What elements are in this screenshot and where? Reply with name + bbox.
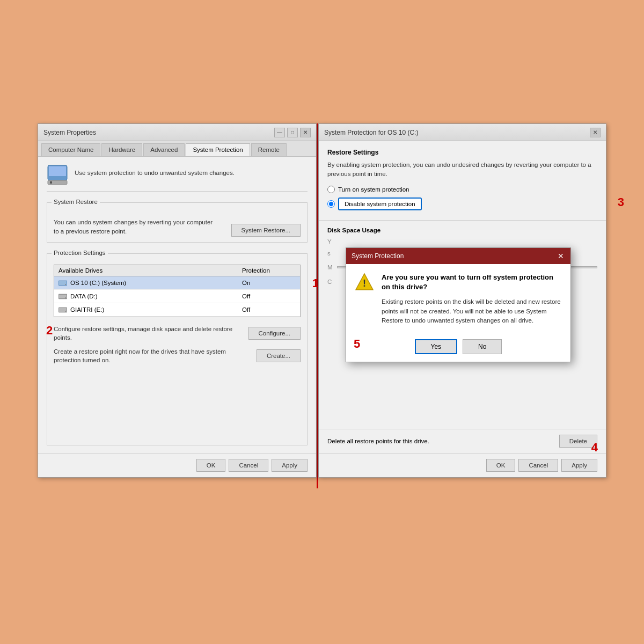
delete-row: Delete all restore points for this drive… xyxy=(327,435,597,448)
drive-e-icon xyxy=(58,306,67,313)
system-props-dialog-buttons: OK Cancel Apply xyxy=(38,453,316,477)
tab-computer-name[interactable]: Computer Name xyxy=(41,143,100,156)
delete-section: Delete all restore points for this drive… xyxy=(319,429,606,453)
drives-table: Available Drives Protection xyxy=(54,265,301,317)
sys-protect-dialog-buttons: OK Cancel Apply 4 xyxy=(319,453,606,477)
table-row[interactable]: DATA (D:) Off xyxy=(54,290,300,303)
system-props-titlebar: System Properties ― □ ✕ xyxy=(38,124,316,141)
radio-disable: Disable system protection 3 xyxy=(327,197,597,210)
drive-d-name: DATA (D:) xyxy=(70,293,242,299)
slider-m-label: M xyxy=(327,262,333,272)
drive-e-name: GIAITRI (E:) xyxy=(70,306,242,313)
bottom-actions: 2 Configure restore settings, manage dis… xyxy=(54,325,301,364)
system-restore-label: System Restore xyxy=(52,199,100,205)
restore-description: You can undo system changes by reverting… xyxy=(54,218,215,237)
alert-body: ! Are you sure you want to turn off syst… xyxy=(346,264,570,334)
tab-system-protection[interactable]: System Protection xyxy=(186,143,250,156)
delete-label: Delete all restore points for this drive… xyxy=(327,438,429,444)
sp-ok-button[interactable]: OK xyxy=(486,459,516,472)
radio-turn-on-input[interactable] xyxy=(327,186,335,193)
desktop: System Properties ― □ ✕ Computer Name Ha… xyxy=(0,0,644,644)
drive-d-icon xyxy=(58,292,67,300)
ok-button[interactable]: OK xyxy=(196,459,226,472)
step-3-label: 3 xyxy=(618,195,624,209)
sys-protect-window-controls: ✕ xyxy=(590,128,601,137)
minimize-button[interactable]: ― xyxy=(274,128,285,137)
col-header-protection: Protection xyxy=(242,267,296,274)
system-restore-section: System Restore You can undo system chang… xyxy=(47,202,308,243)
system-props-content: Use system protection to undo unwanted s… xyxy=(38,157,316,453)
radio-disable-label: Disable system protection xyxy=(338,197,422,210)
table-header: Available Drives Protection xyxy=(54,265,300,276)
alert-message: Are you sure you want to turn off system… xyxy=(382,273,562,325)
svg-rect-4 xyxy=(50,181,52,184)
close-button[interactable]: ✕ xyxy=(300,128,311,137)
shield-icon xyxy=(47,164,68,186)
sp-apply-button[interactable]: Apply xyxy=(561,459,597,472)
alert-close-button[interactable]: ✕ xyxy=(557,252,565,260)
alert-dialog: System Protection ✕ ! Are you sure you w… xyxy=(346,247,571,362)
restore-settings-section: Restore Settings By enabling system prot… xyxy=(319,141,606,221)
header-description: Use system protection to undo unwanted s… xyxy=(75,169,235,178)
table-row[interactable]: OS 10 (C:) (System) On 1 xyxy=(54,276,300,290)
windows-container: System Properties ― □ ✕ Computer Name Ha… xyxy=(38,123,606,488)
drive-e-protection: Off xyxy=(242,306,296,313)
tab-bar: Computer Name Hardware Advanced System P… xyxy=(38,141,316,157)
step-4-label: 4 xyxy=(591,441,598,455)
yes-button[interactable]: Yes xyxy=(415,339,458,354)
svg-rect-1 xyxy=(49,166,66,176)
system-protection-window: System Protection for OS 10 (C:) ✕ Resto… xyxy=(318,123,606,478)
radio-turn-on: Turn on system protection xyxy=(327,186,597,193)
protection-settings-section: Protection Settings Available Drives Pro… xyxy=(47,253,308,446)
sys-protect-title: System Protection for OS 10 (C:) xyxy=(324,129,418,136)
alert-title: System Protection xyxy=(352,252,404,260)
tab-hardware[interactable]: Hardware xyxy=(101,143,142,156)
alert-buttons: 5 Yes No xyxy=(346,334,570,362)
alert-question: Are you sure you want to turn off system… xyxy=(382,273,562,292)
svg-point-13 xyxy=(65,311,66,312)
sp-cancel-button[interactable]: Cancel xyxy=(518,459,558,472)
disk-c-text: C xyxy=(327,277,332,287)
col-header-drives: Available Drives xyxy=(58,267,242,274)
radio-disable-input[interactable] xyxy=(327,200,335,208)
svg-text:!: ! xyxy=(363,278,366,289)
cancel-button[interactable]: Cancel xyxy=(229,459,268,472)
drive-c-name: OS 10 (C:) (System) xyxy=(70,280,242,286)
table-row[interactable]: GIAITRI (E:) Off xyxy=(54,303,300,317)
tab-remote[interactable]: Remote xyxy=(251,143,287,156)
drive-d-protection: Off xyxy=(242,293,296,299)
window-controls: ― □ ✕ xyxy=(274,128,311,137)
disk-content-line-1: Y xyxy=(327,237,597,246)
svg-rect-2 xyxy=(49,176,66,179)
create-text: Create a restore point right now for the… xyxy=(54,347,251,364)
svg-point-10 xyxy=(65,297,66,298)
configure-row: Configure restore settings, manage disk … xyxy=(54,325,301,342)
step-5-label: 5 xyxy=(354,337,360,351)
alert-detail: Existing restore points on the disk will… xyxy=(382,297,562,325)
create-row: Create a restore point right now for the… xyxy=(54,347,301,364)
system-properties-window: System Properties ― □ ✕ Computer Name Ha… xyxy=(38,123,317,478)
warning-icon: ! xyxy=(355,273,374,292)
restore-settings-title: Restore Settings xyxy=(327,149,597,156)
system-restore-button[interactable]: System Restore... xyxy=(231,224,301,237)
radio-turn-on-label: Turn on system protection xyxy=(338,186,409,193)
create-button[interactable]: Create... xyxy=(257,349,301,362)
sys-protect-titlebar: System Protection for OS 10 (C:) ✕ xyxy=(319,124,606,141)
svg-point-7 xyxy=(65,284,66,285)
drive-c-protection: On xyxy=(242,280,296,286)
tab-advanced[interactable]: Advanced xyxy=(143,143,185,156)
apply-button[interactable]: Apply xyxy=(272,459,308,472)
protection-settings-label: Protection Settings xyxy=(52,250,108,256)
alert-titlebar: System Protection ✕ xyxy=(346,248,570,264)
maximize-button[interactable]: □ xyxy=(287,128,298,137)
configure-button[interactable]: Configure... xyxy=(248,327,301,340)
configure-text: Configure restore settings, manage disk … xyxy=(54,325,243,342)
header-section: Use system protection to undo unwanted s… xyxy=(47,164,308,192)
step-2-label: 2 xyxy=(46,324,53,338)
disk-s-text: s xyxy=(327,248,331,258)
disk-y-text: Y xyxy=(327,237,332,246)
drive-c-icon xyxy=(58,279,67,287)
sys-protect-close-button[interactable]: ✕ xyxy=(590,128,601,137)
no-button[interactable]: No xyxy=(463,339,502,354)
restore-settings-desc: By enabling system protection, you can u… xyxy=(327,160,597,179)
